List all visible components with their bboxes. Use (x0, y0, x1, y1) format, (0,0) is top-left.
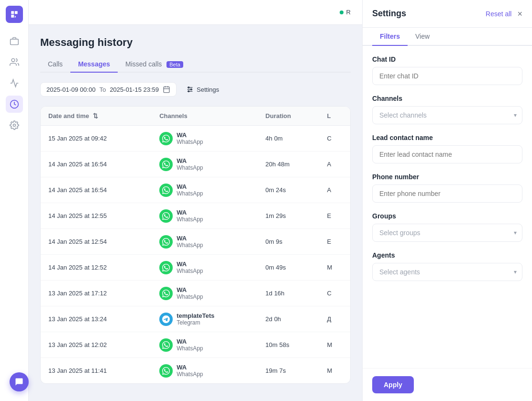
cell-duration: 0m 49s (258, 255, 320, 281)
table-row[interactable]: 13 Jan 2025 at 17:12 WA WhatsApp 1d 16h … (41, 281, 350, 306)
svg-point-1 (11, 59, 15, 62)
settings-filter-button[interactable]: Settings (182, 83, 223, 96)
svg-point-3 (13, 124, 15, 127)
cell-duration: 0m 24s (258, 177, 320, 203)
cell-duration: 20h 48m (258, 152, 320, 177)
cell-extra: M (319, 358, 350, 384)
settings-filters-body: Chat ID Channels Select channels Lead co… (363, 46, 532, 368)
cell-datetime: 14 Jan 2025 at 12:55 (41, 203, 152, 229)
filter-phone: Phone number (372, 173, 522, 203)
settings-tabs: Filters View (363, 28, 532, 46)
sidebar-item-history[interactable] (6, 96, 23, 113)
cell-datetime: 14 Jan 2025 at 16:54 (41, 177, 152, 203)
table-row[interactable]: 14 Jan 2025 at 16:54 WA WhatsApp 20h 48m… (41, 152, 350, 177)
table-row[interactable]: 13 Jan 2025 at 11:41 WA WhatsApp 19m 7s … (41, 358, 350, 384)
table-row[interactable]: 13 Jan 2025 at 12:02 WA WhatsApp 10m 58s… (41, 332, 350, 358)
messages-table: Date and time ⇅ Channels Duration L 15 J… (40, 106, 351, 384)
filter-chat-id: Chat ID (372, 55, 522, 85)
sidebar (0, 0, 29, 401)
tab-messages[interactable]: Messages (70, 56, 118, 73)
groups-label: Groups (372, 212, 522, 220)
settings-panel-title: Settings (372, 9, 406, 19)
col-datetime[interactable]: Date and time ⇅ (41, 107, 152, 126)
cell-extra: E (319, 229, 350, 255)
cell-channel: WA WhatsApp (152, 152, 258, 177)
lead-contact-input[interactable] (372, 145, 522, 163)
settings-panel: Settings Reset all × Filters View Chat I… (362, 0, 532, 401)
chat-id-input[interactable] (372, 67, 522, 85)
table-row[interactable]: 13 Jan 2025 at 13:24 templateTets Telegr… (41, 306, 350, 332)
missed-calls-badge: Beta (166, 61, 183, 68)
reset-all-button[interactable]: Reset all (486, 10, 511, 18)
svg-point-11 (188, 87, 189, 88)
settings-tab-filters[interactable]: Filters (372, 28, 408, 46)
sidebar-item-contacts[interactable] (6, 54, 23, 71)
table-row[interactable]: 14 Jan 2025 at 16:54 WA WhatsApp 0m 24s … (41, 177, 350, 203)
cell-duration: 4h 0m (258, 126, 320, 152)
app-logo[interactable] (6, 6, 23, 23)
col-channels: Channels (152, 107, 258, 126)
apply-button[interactable]: Apply (372, 376, 414, 393)
filter-agents: Agents Select agents (372, 251, 522, 281)
topbar: R (29, 0, 362, 25)
chat-fab-button[interactable] (10, 372, 29, 391)
cell-datetime: 14 Jan 2025 at 12:54 (41, 229, 152, 255)
cell-datetime: 13 Jan 2025 at 11:41 (41, 358, 152, 384)
phone-label: Phone number (372, 173, 522, 181)
cell-duration: 19m 7s (258, 358, 320, 384)
sort-icon: ⇅ (93, 112, 98, 119)
tab-missed-calls[interactable]: Missed calls Beta (118, 56, 191, 73)
col-duration: Duration (258, 107, 320, 126)
settings-btn-label: Settings (197, 86, 219, 93)
main-body: Messaging history Calls Messages Missed … (29, 25, 362, 401)
cell-datetime: 15 Jan 2025 at 09:42 (41, 126, 152, 152)
sidebar-item-settings[interactable] (6, 117, 23, 134)
settings-header-actions: Reset all × (486, 10, 522, 18)
table-row[interactable]: 14 Jan 2025 at 12:55 WA WhatsApp 1m 29s … (41, 203, 350, 229)
sidebar-item-briefcase[interactable] (6, 33, 23, 50)
table-row[interactable]: 14 Jan 2025 at 12:52 WA WhatsApp 0m 49s … (41, 255, 350, 281)
settings-footer: Apply (363, 368, 532, 401)
agents-select[interactable]: Select agents (372, 263, 522, 281)
topbar-text: R (346, 9, 351, 16)
date-separator: To (100, 86, 106, 93)
settings-tab-view[interactable]: View (408, 28, 437, 46)
filter-channels: Channels Select channels (372, 95, 522, 124)
groups-select[interactable]: Select groups (372, 224, 522, 242)
tab-calls[interactable]: Calls (40, 56, 70, 73)
cell-extra: A (319, 152, 350, 177)
filter-groups: Groups Select groups (372, 212, 522, 242)
cell-duration: 10m 58s (258, 332, 320, 358)
cell-extra: Д (319, 306, 350, 332)
table-row[interactable]: 14 Jan 2025 at 12:54 WA WhatsApp 0m 9s E (41, 229, 350, 255)
status-dot (340, 11, 344, 14)
channels-select[interactable]: Select channels (372, 106, 522, 124)
cell-channel: WA WhatsApp (152, 332, 258, 358)
cell-datetime: 13 Jan 2025 at 12:02 (41, 332, 152, 358)
cell-channel: WA WhatsApp (152, 229, 258, 255)
svg-rect-0 (10, 39, 18, 45)
cell-channel: templateTets Telegram (152, 306, 258, 332)
close-settings-button[interactable]: × (517, 10, 522, 18)
settings-panel-header: Settings Reset all × (363, 0, 532, 28)
cell-datetime: 13 Jan 2025 at 17:12 (41, 281, 152, 306)
cell-duration: 1d 16h (258, 281, 320, 306)
agents-label: Agents (372, 251, 522, 259)
cell-extra: M (319, 255, 350, 281)
lead-contact-label: Lead contact name (372, 134, 522, 141)
svg-point-12 (190, 89, 192, 90)
channels-label: Channels (372, 95, 522, 102)
cell-datetime: 14 Jan 2025 at 12:52 (41, 255, 152, 281)
table-row[interactable]: 15 Jan 2025 at 09:42 WA WhatsApp 4h 0m C (41, 126, 350, 152)
channels-select-wrapper: Select channels (372, 106, 522, 124)
date-range-picker[interactable]: 2025-01-09 00:00 To 2025-01-15 23:59 (40, 82, 177, 97)
cell-datetime: 13 Jan 2025 at 13:24 (41, 306, 152, 332)
page-title: Messaging history (40, 36, 351, 49)
cell-channel: WA WhatsApp (152, 358, 258, 384)
sidebar-item-chart[interactable] (6, 75, 23, 92)
cell-duration: 0m 9s (258, 229, 320, 255)
phone-input[interactable] (372, 184, 522, 203)
svg-point-13 (188, 91, 189, 92)
calendar-icon (163, 86, 170, 93)
cell-channel: WA WhatsApp (152, 281, 258, 306)
